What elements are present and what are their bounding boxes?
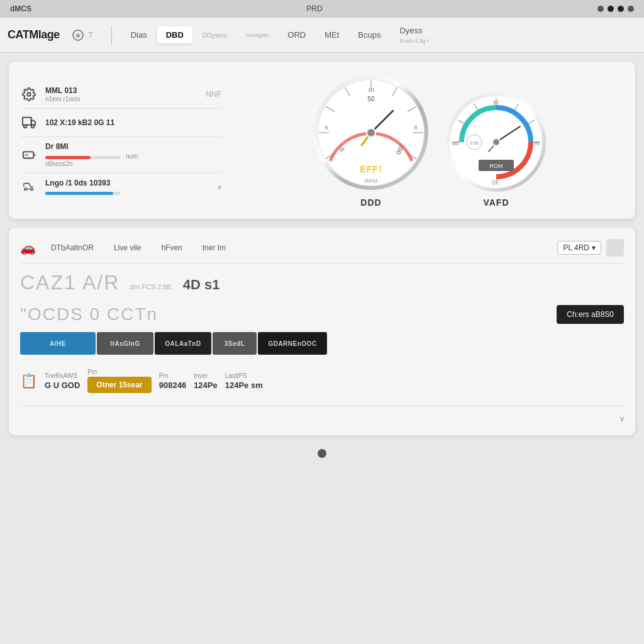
truck-icon <box>20 114 38 131</box>
gauge-ddd-label: DDD <box>360 197 381 208</box>
table-cell-1: Pm Otner 15sear <box>87 369 151 393</box>
color-bar-0[interactable]: A/HE <box>20 332 96 355</box>
gauge-vafd: Wi Er RI ROM 0F. 0.50 VAFD <box>446 92 547 208</box>
color-bars: A/HE ItAsGInG OALAaTnD 3SedL GDARNEnOOC <box>20 332 624 355</box>
info-row-model: MML 013 n1ern r1ocin NNF <box>20 80 221 109</box>
table-value-2: 908246 <box>159 380 186 390</box>
color-bar-label-4: GDARNEnOOC <box>268 340 316 347</box>
svg-point-43 <box>492 138 500 146</box>
svg-text:50: 50 <box>367 96 375 103</box>
tab-bcups[interactable]: Bcups <box>349 26 389 43</box>
vehicle-drn: drn FCS.2:88. <box>130 283 172 291</box>
svg-text:RI: RI <box>535 140 540 147</box>
nav-arrow-container: v <box>20 413 624 424</box>
bottom-right: PL 4RD ▾ <box>557 239 624 257</box>
svg-point-8 <box>25 187 27 190</box>
nav-circle-icon[interactable]: ◉ <box>72 30 84 41</box>
tab-dyess[interactable]: Dyess From 4.0g r <box>391 22 438 48</box>
id-content: 102 X:19 kB2 0G 11 <box>45 118 221 127</box>
nav-down-arrow[interactable]: v <box>620 414 624 423</box>
svg-point-3 <box>24 125 27 128</box>
tab-areegate[interactable]: Areegate <box>237 28 278 42</box>
nav-icons: ◉ ⊤ <box>72 30 94 41</box>
vehicle-right-value: 4D s1 <box>183 277 220 293</box>
table-cell-2: Pm 908246 <box>159 372 186 390</box>
topbar-left: dMCS <box>10 4 31 13</box>
table-header-0: TneRxAWS <box>45 372 80 379</box>
vehicle-title-block: CAZ1 A/R drn FCS.2:88. 4D s1 <box>20 271 219 298</box>
bottom-dropdown[interactable]: PL 4RD ▾ <box>557 241 601 255</box>
color-bar-2[interactable]: OALAaTnD <box>155 332 211 355</box>
bottom-indicator <box>9 444 635 463</box>
battery-icon <box>20 146 38 164</box>
table-action-button[interactable]: Otner 15sear <box>87 377 151 393</box>
main-content: MML 013 n1ern r1ocin NNF 102 X:19 kB2 0G <box>0 53 644 472</box>
tab-ord[interactable]: ORD <box>279 26 314 43</box>
svg-text:10: 10 <box>368 87 374 93</box>
nav-separator <box>111 26 112 45</box>
bottom-truck-icon: 🚗 <box>20 240 36 255</box>
change-access-button[interactable]: Ch:ers aB8S0 <box>557 305 624 324</box>
battery-sub: num <box>126 153 138 160</box>
tab-dbd[interactable]: DBD <box>157 26 192 43</box>
svg-point-9 <box>31 187 33 190</box>
vehicle-info: MML 013 n1ern r1ocin NNF 102 X:19 kB2 0G <box>20 80 221 201</box>
svg-text:0F.: 0F. <box>492 179 500 186</box>
table-box-icon: 📋 <box>20 373 37 389</box>
gauge-vafd-svg: Wi Er RI ROM 0F. 0.50 <box>446 92 547 192</box>
svg-text:0.50: 0.50 <box>470 141 479 145</box>
svg-rect-5 <box>23 152 34 158</box>
dot-2 <box>608 6 614 12</box>
svg-text:Wi: Wi <box>452 140 459 147</box>
table-header-4: LasttPS <box>225 372 263 379</box>
gauge-vafd-label: VAFD <box>483 197 509 208</box>
bottom-tab-tner[interactable]: tner Im <box>197 241 231 255</box>
odometer-content: Lngo /1 0ds 10393 <box>45 179 211 195</box>
dyess-label: Dyess <box>399 26 422 35</box>
table-value-4: 124Pe sm <box>225 380 263 390</box>
bottom-table: 📋 TneRxAWS G U GOD Pm Otner 15sear Pm 90… <box>20 362 624 399</box>
battery-content: Dr 8MI num n0ncos2n <box>45 142 221 167</box>
info-row-battery: Dr 8MI num n0ncos2n <box>20 137 221 173</box>
tab-doysem[interactable]: DOysem DOysem <box>194 26 236 43</box>
nav-divider-char: ⊤ <box>87 31 94 40</box>
dot-1 <box>597 6 604 12</box>
table-cell-0: TneRxAWS G U GOD <box>45 372 80 390</box>
bottom-tab-hfven[interactable]: hFven <box>156 241 187 255</box>
gauge-ddd-svg: 0 50 100 EFF! RPM 6 8 <box>311 73 431 192</box>
color-bar-3[interactable]: 3SedL <box>213 332 257 355</box>
color-bar-1[interactable]: ItAsGInG <box>97 332 153 355</box>
table-header-1: Pm <box>87 369 151 375</box>
color-bar-label-2: OALAaTnD <box>165 340 201 347</box>
gauge-ddd: 0 50 100 EFF! RPM 6 8 <box>311 73 431 208</box>
odometer-progress-container <box>45 192 121 195</box>
bottom-tab-dtbaltnor[interactable]: DTbAaltnOR <box>46 241 99 255</box>
battery-extra: n0ncos2n <box>45 160 221 167</box>
topbar-center: PRD <box>306 4 322 13</box>
svg-text:RPM: RPM <box>365 178 377 184</box>
svg-point-4 <box>31 125 35 128</box>
bottom-action-btn[interactable] <box>606 239 624 257</box>
table-cell-4: LasttPS 124Pe sm <box>225 372 263 390</box>
odometer-extra: x <box>218 183 222 191</box>
nav-brand: CATMlage <box>8 28 60 42</box>
color-bar-label-0: A/HE <box>50 340 66 347</box>
model-label: MML 013 <box>45 86 198 95</box>
dot-3 <box>618 6 624 12</box>
areegate-top: Areegate <box>246 32 269 38</box>
color-bar-4[interactable]: GDARNEnOOC <box>258 332 327 355</box>
tab-met[interactable]: MEt <box>316 26 348 43</box>
dropdown-arrow-icon: ▾ <box>592 243 596 252</box>
bottom-tab-live[interactable]: Live vile <box>109 241 146 255</box>
model-sub: n1ern r1ocin <box>45 96 198 103</box>
model-content: MML 013 n1ern r1ocin <box>45 86 198 103</box>
svg-text:8: 8 <box>414 125 417 131</box>
vehicle-title-row: CAZ1 A/R drn FCS.2:88. 4D s1 <box>20 271 624 298</box>
tab-dias[interactable]: Dias <box>122 26 156 43</box>
battery-progress-container <box>45 156 121 159</box>
svg-text:ROM: ROM <box>490 163 503 169</box>
table-header-3: tnver <box>194 372 218 379</box>
topbar-dots <box>597 6 634 12</box>
bottom-panel: 🚗 DTbAaltnOR Live vile hFven tner Im PL … <box>9 228 635 435</box>
odb-row: "OCDS 0 CCTn Ch:ers aB8S0 <box>20 304 624 325</box>
